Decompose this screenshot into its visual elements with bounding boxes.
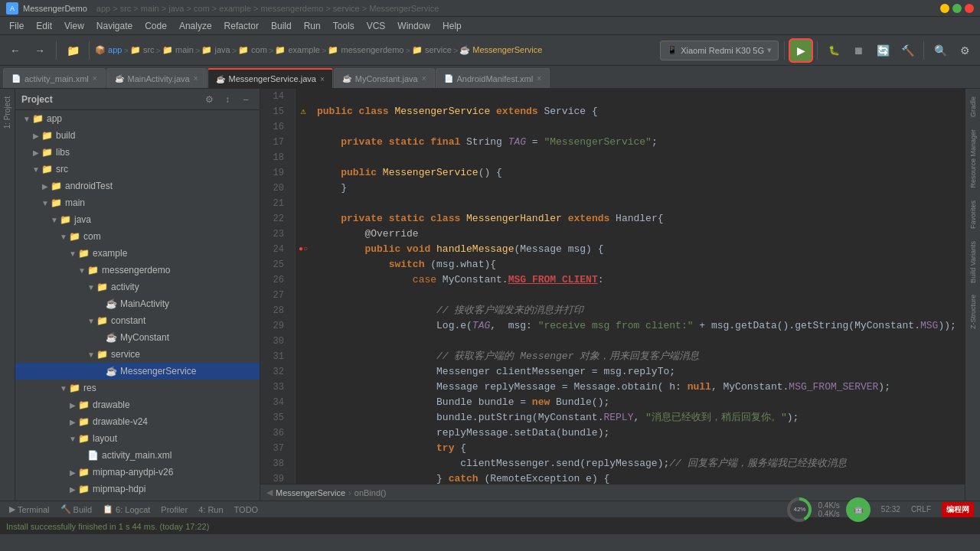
tree-item-layout[interactable]: ▼ 📁 layout xyxy=(15,430,260,447)
favorites-tab[interactable]: Favorites xyxy=(968,196,978,233)
back-button[interactable]: ← xyxy=(5,40,26,61)
tree-item-mipmap-mdpi[interactable]: ▶ 📁 mipmap-mdpi xyxy=(15,497,260,500)
tree-item-messengerdemo[interactable]: ▼ 📁 messengerdemo xyxy=(15,262,260,279)
todo-tab[interactable]: TODO xyxy=(231,505,262,514)
forward-button[interactable]: → xyxy=(29,40,51,61)
menu-code[interactable]: Code xyxy=(139,19,173,33)
logcat-tab[interactable]: 📋 6: Logcat xyxy=(100,504,153,514)
code-line-28: // 接收客户端发来的消息并打印 xyxy=(317,303,965,318)
close-button[interactable] xyxy=(965,4,974,13)
build-variants-tab[interactable]: Build Variants xyxy=(968,236,978,288)
tree-item-mipmap-anydpi[interactable]: ▶ 📁 mipmap-anydpi-v26 xyxy=(15,464,260,481)
tree-item-build[interactable]: ▶ 📁 build xyxy=(15,127,260,144)
menu-analyze[interactable]: Analyze xyxy=(173,19,218,33)
tab-mainactivity-java[interactable]: ☕ MainActivity.java × xyxy=(106,68,207,88)
maximize-button[interactable] xyxy=(952,4,962,13)
menu-help[interactable]: Help xyxy=(436,19,468,33)
tab-close-2[interactable]: × xyxy=(194,74,198,83)
debug-button[interactable]: 🐛 xyxy=(823,40,844,61)
menu-view[interactable]: View xyxy=(58,19,90,33)
tree-item-main[interactable]: ▼ 📁 main xyxy=(15,194,260,211)
nav-left-icon: ◀ xyxy=(266,487,273,497)
tree-item-messengerservice[interactable]: ▶ ☕ MessengerService xyxy=(15,363,260,380)
menu-bar: File Edit View Navigate Code Analyze Ref… xyxy=(0,17,980,35)
tab-activity-main-xml[interactable]: 📄 activity_main.xml × xyxy=(3,68,106,88)
menu-run[interactable]: Run xyxy=(298,19,327,33)
stop-button[interactable]: ⏹ xyxy=(848,40,869,61)
profiler-tab[interactable]: Profiler xyxy=(158,505,191,514)
tab-androidmanifest-xml[interactable]: 📄 AndroidManifest.xml × xyxy=(436,68,550,88)
bc-java[interactable]: 📁 java xyxy=(201,45,230,55)
tree-item-activity[interactable]: ▼ 📁 activity xyxy=(15,279,260,295)
run-tab[interactable]: 4: Run xyxy=(195,505,226,514)
tree-label-libs: libs xyxy=(56,147,70,158)
z-structure-tab[interactable]: Z-Structure xyxy=(968,290,978,334)
tree-item-res[interactable]: ▼ 📁 res xyxy=(15,380,260,396)
code-lines[interactable]: public class MessengerService extends Se… xyxy=(311,89,965,484)
tab-close-5[interactable]: × xyxy=(537,74,541,83)
gutter-24[interactable]: ●○ xyxy=(296,242,311,257)
folder-icon-androidtest: 📁 xyxy=(51,181,62,191)
code-line-34: Bundle bundle = new Bundle(); xyxy=(317,395,965,410)
file-icon-messengerservice: ☕ xyxy=(106,366,117,377)
folder-icon-src: 📁 xyxy=(41,164,53,174)
folder-icon-build: 📁 xyxy=(41,130,53,141)
menu-navigate[interactable]: Navigate xyxy=(90,19,139,33)
tab-myconstant-java[interactable]: ☕ MyConstant.java × xyxy=(334,68,435,88)
bc-main[interactable]: 📁 main xyxy=(162,45,194,55)
search-button[interactable]: 🔍 xyxy=(929,40,951,61)
menu-vcs[interactable]: VCS xyxy=(361,19,392,33)
menu-file[interactable]: File xyxy=(3,19,30,33)
project-sync-button[interactable]: ↕ xyxy=(220,92,235,107)
project-tree[interactable]: ▼ 📁 app ▶ 📁 build ▶ 📁 libs ▼ xyxy=(15,110,260,500)
gutter-15[interactable]: ⚠ xyxy=(296,104,311,119)
code-line-15: public class MessengerService extends Se… xyxy=(317,104,965,119)
tree-item-example[interactable]: ▼ 📁 example xyxy=(15,245,260,262)
project-side-tab[interactable]: 1: Project xyxy=(2,92,13,133)
minimize-button[interactable] xyxy=(940,4,949,13)
tree-item-drawable-v24[interactable]: ▶ 📁 drawable-v24 xyxy=(15,413,260,430)
tree-item-mipmap-hdpi[interactable]: ▶ 📁 mipmap-hdpi xyxy=(15,481,260,497)
tab-close-4[interactable]: × xyxy=(422,74,426,83)
bc-example[interactable]: 📁 example xyxy=(275,45,320,55)
project-collapse-button[interactable]: – xyxy=(238,92,253,107)
tree-item-service[interactable]: ▼ 📁 service xyxy=(15,346,260,363)
menu-tools[interactable]: Tools xyxy=(327,19,361,33)
run-button[interactable]: ▶ xyxy=(790,40,812,61)
menu-refactor[interactable]: Refactor xyxy=(218,19,265,33)
menu-edit[interactable]: Edit xyxy=(30,19,58,33)
bc-service[interactable]: 📁 service xyxy=(412,45,452,55)
gradle-button[interactable]: 🔨 xyxy=(897,40,918,61)
build-tab[interactable]: 🔨 Build xyxy=(57,504,95,514)
tab-close-3[interactable]: × xyxy=(320,75,325,83)
tree-item-app[interactable]: ▼ 📁 app xyxy=(15,110,260,127)
tab-messengerservice-java[interactable]: ☕ MessengerService.java × xyxy=(207,68,333,88)
tree-item-libs[interactable]: ▶ 📁 libs xyxy=(15,144,260,161)
tree-item-androidtest[interactable]: ▶ 📁 androidTest xyxy=(15,178,260,194)
tree-item-src[interactable]: ▼ 📁 src xyxy=(15,161,260,178)
resource-manager-tab[interactable]: Resource Manager xyxy=(968,125,978,193)
tree-item-myconstant[interactable]: ▶ ☕ MyConstant xyxy=(15,329,260,346)
tree-item-java[interactable]: ▼ 📁 java xyxy=(15,211,260,228)
tree-item-activity-main-xml[interactable]: ▶ 📄 activity_main.xml xyxy=(15,447,260,464)
device-selector[interactable]: 📱 Xiaomi Redmi K30 5G ▾ xyxy=(660,41,779,60)
menu-build[interactable]: Build xyxy=(265,19,298,33)
bc-messengerdemo[interactable]: 📁 messengerdemo xyxy=(328,45,403,55)
menu-window[interactable]: Window xyxy=(391,19,436,33)
sync-button[interactable]: 🔄 xyxy=(872,40,893,61)
gradle-side-tab[interactable]: Gradle xyxy=(968,92,978,122)
tree-item-com[interactable]: ▼ 📁 com xyxy=(15,228,260,245)
settings-button[interactable]: ⚙ xyxy=(954,40,975,61)
tree-item-mainactivity[interactable]: ▶ ☕ MainActivity xyxy=(15,295,260,312)
bc-messengerservice[interactable]: ☕ MessengerService xyxy=(459,45,542,55)
bc-src[interactable]: 📁 src xyxy=(130,45,155,55)
tree-item-drawable[interactable]: ▶ 📁 drawable xyxy=(15,396,260,413)
tree-item-constant[interactable]: ▼ 📁 constant xyxy=(15,312,260,329)
code-area[interactable]: 14 15 16 17 18 19 20 21 22 23 24 25 26 2… xyxy=(260,89,965,484)
terminal-tab[interactable]: ▶ Terminal xyxy=(6,504,53,514)
tab-close-1[interactable]: × xyxy=(93,74,97,83)
folder-button[interactable]: 📁 xyxy=(62,40,83,61)
bc-app[interactable]: 📦 app xyxy=(95,45,122,55)
project-gear-button[interactable]: ⚙ xyxy=(201,92,217,107)
bc-com[interactable]: 📁 com xyxy=(238,45,267,55)
